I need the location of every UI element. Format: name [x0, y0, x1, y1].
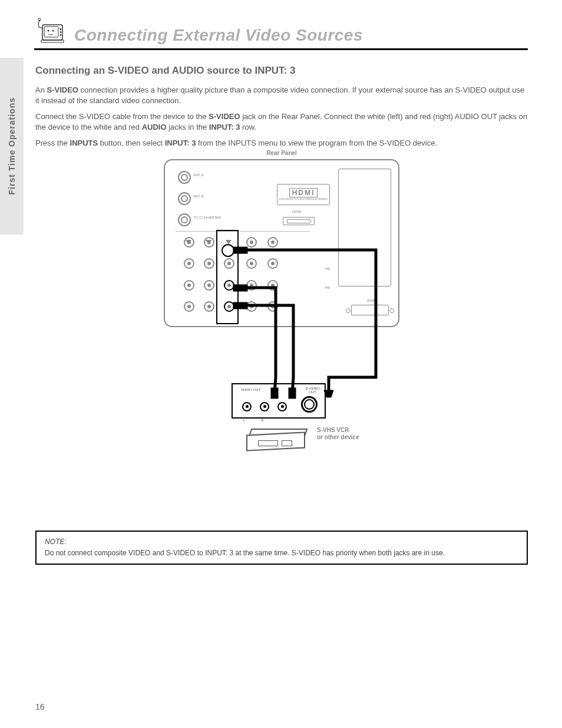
- ext-audio-r-jack: [260, 402, 269, 411]
- page-header: Connecting External Video Sources: [34, 15, 528, 50]
- sidebar-tab-label: First Time Operations: [7, 97, 16, 195]
- l-label: L: [243, 419, 245, 422]
- external-device-outputs: AUDIO OUT L R S-VIDEO OUT: [232, 383, 326, 419]
- svg-rect-9: [233, 247, 247, 253]
- note-box: NOTE: Do not connect composite VIDEO and…: [35, 531, 528, 565]
- svg-point-3: [52, 30, 54, 32]
- svg-rect-1: [44, 27, 58, 37]
- note-title: NOTE:: [45, 538, 518, 546]
- page-title: Connecting External Video Sources: [74, 26, 363, 45]
- page-number: 16: [35, 702, 45, 711]
- svg-rect-11: [233, 285, 247, 291]
- tv-mascot-icon: [34, 15, 67, 45]
- svg-point-2: [48, 30, 49, 32]
- vcr-device-icon: [246, 427, 311, 452]
- rear-panel-label: Rear Panel: [266, 150, 297, 156]
- svg-rect-8: [60, 34, 61, 36]
- svg-rect-13: [233, 302, 247, 309]
- svg-rect-7: [60, 31, 61, 33]
- note-body: Do not connect composite VIDEO and S-VID…: [45, 548, 518, 558]
- r-label: R: [261, 419, 263, 422]
- svideo-out-label: S-VIDEO OUT: [305, 387, 320, 394]
- ext-svideo-jack: [301, 396, 318, 413]
- main-content: Connecting an S-VIDEO and AUDIO source t…: [35, 65, 528, 457]
- svg-rect-6: [60, 28, 61, 30]
- paragraph-2: Connect the S-VIDEO cable from the devic…: [35, 111, 528, 132]
- connection-diagram: Rear Panel ANT A ANT B TO CONVERTER HDMI…: [93, 159, 470, 457]
- svg-rect-0: [42, 25, 62, 40]
- ext-extra-jack: [277, 402, 287, 411]
- ext-audio-l-jack: [242, 402, 252, 411]
- device-label: S-VHS VCR or other device: [317, 427, 359, 441]
- sidebar-tab: First Time Operations: [0, 58, 24, 235]
- audio-out-label: AUDIO OUT: [241, 388, 260, 391]
- paragraph-1: An S-VIDEO connection provides a higher …: [35, 85, 528, 106]
- section-title: Connecting an S-VIDEO and AUDIO source t…: [35, 65, 528, 77]
- paragraph-3: Press the INPUTS button, then select INP…: [35, 138, 528, 149]
